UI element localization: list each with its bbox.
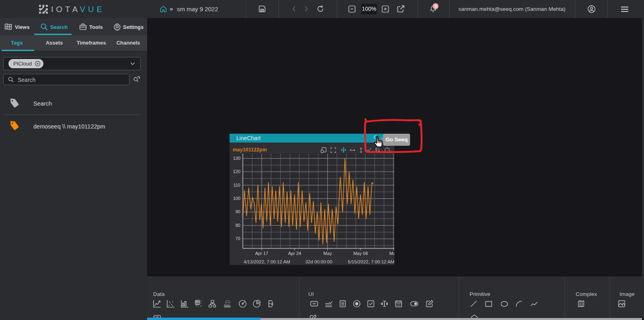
svg-text:May: May [390,251,394,256]
svg-text:130: 130 [233,156,240,161]
svg-text:May: May [324,251,332,256]
svg-text:May 08: May 08 [353,251,368,256]
svg-text:Apr 24: Apr 24 [288,251,301,256]
svg-text:Apr 17: Apr 17 [255,251,268,256]
svg-text:80: 80 [236,223,240,228]
svg-text:120: 120 [233,169,240,174]
svg-text:90: 90 [236,209,240,214]
svg-text:100: 100 [233,196,240,201]
svg-text:110: 110 [233,183,240,188]
svg-text:70: 70 [236,236,240,241]
